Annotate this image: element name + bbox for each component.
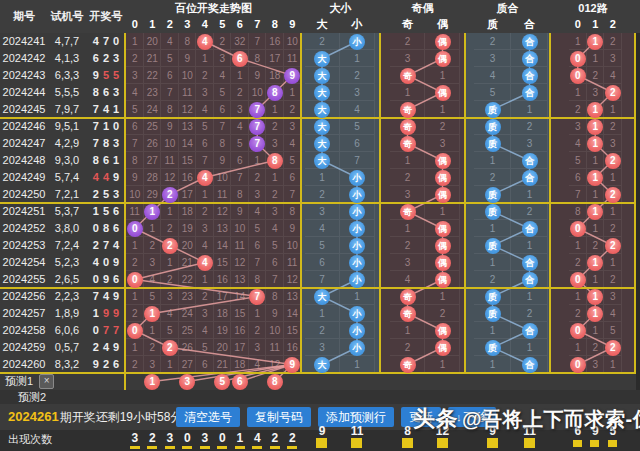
dx-ball: 小	[349, 238, 365, 254]
trend-ball: 7	[249, 119, 265, 135]
jo-ball: 奇	[400, 102, 416, 118]
jo-ball: 偶	[435, 238, 451, 254]
jo-ball: 偶	[435, 85, 451, 101]
dx-ball: 大	[314, 68, 330, 84]
zh-ball: 质	[485, 119, 501, 135]
lu-ball: 2	[605, 153, 621, 169]
section-separator	[124, 33, 126, 390]
zh-ball: 合	[522, 170, 538, 186]
zh-ball: 合	[522, 51, 538, 67]
lu-ball: 1	[587, 34, 603, 50]
lu-ball: 1	[587, 289, 603, 305]
zh-ball: 合	[522, 255, 538, 271]
zh-ball: 质	[485, 102, 501, 118]
period-group-separator	[0, 202, 636, 204]
lu-ball: 1	[587, 102, 603, 118]
trend-ball: 0	[127, 323, 143, 339]
trend-ball: 9	[284, 357, 300, 373]
jo-ball: 偶	[435, 153, 451, 169]
zh-ball: 合	[522, 85, 538, 101]
jo-ball: 奇	[400, 136, 416, 152]
dx-ball: 大	[314, 51, 330, 67]
zh-ball: 质	[485, 306, 501, 322]
lu-ball: 1	[587, 170, 603, 186]
trend-ball: 0	[127, 272, 143, 288]
zh-ball: 合	[522, 153, 538, 169]
lu-ball: 0	[570, 272, 586, 288]
section-separator	[464, 33, 466, 373]
trend-ball: 8	[267, 85, 283, 101]
dx-ball: 小	[349, 187, 365, 203]
jo-ball: 偶	[435, 255, 451, 271]
dx-ball: 大	[314, 136, 330, 152]
dx-ball: 大	[314, 85, 330, 101]
jo-ball: 偶	[435, 340, 451, 356]
jo-ball: 偶	[435, 51, 451, 67]
section-separator	[634, 33, 636, 373]
section-separator	[549, 33, 551, 373]
trend-ball: 7	[249, 289, 265, 305]
jo-ball: 偶	[435, 323, 451, 339]
zh-ball: 质	[485, 136, 501, 152]
lu-ball: 0	[570, 357, 586, 373]
trend-ball: 8	[267, 153, 283, 169]
trend-ball: 7	[249, 102, 265, 118]
trend-ball: 9	[284, 68, 300, 84]
trend-ball: 2	[162, 187, 178, 203]
trend-ball: 4	[197, 255, 213, 271]
dx-ball: 大	[314, 102, 330, 118]
dx-ball: 小	[349, 306, 365, 322]
prediction-ball: 3	[179, 374, 195, 390]
jo-ball: 奇	[400, 204, 416, 220]
lu-ball: 1	[587, 306, 603, 322]
jo-ball: 奇	[400, 289, 416, 305]
trend-ball: 1	[144, 204, 160, 220]
lu-ball: 2	[605, 340, 621, 356]
zh-ball: 合	[522, 68, 538, 84]
lottery-trend-chart-app: 期号 试机号 开奖号码 百位开奖走势图 大小 奇偶 质合 012路 012345…	[0, 0, 640, 451]
zh-ball: 合	[522, 34, 538, 50]
lu-ball: 1	[587, 255, 603, 271]
lu-ball: 2	[605, 85, 621, 101]
trend-ball: 4	[197, 170, 213, 186]
zh-ball: 合	[522, 357, 538, 373]
jo-ball: 奇	[400, 119, 416, 135]
trend-ball: 7	[249, 136, 265, 152]
zh-ball: 质	[485, 340, 501, 356]
prediction-ball: 1	[144, 374, 160, 390]
dx-ball: 小	[349, 170, 365, 186]
jo-ball: 奇	[400, 68, 416, 84]
lu-ball: 1	[587, 136, 603, 152]
dx-ball: 大	[314, 289, 330, 305]
zh-ball: 合	[522, 221, 538, 237]
trend-ball: 2	[162, 238, 178, 254]
trend-ball: 4	[197, 34, 213, 50]
prediction-ball: 5	[214, 374, 230, 390]
lu-ball: 0	[570, 68, 586, 84]
watermark: 头条@吾将上下而求索-优优	[413, 404, 640, 434]
zh-ball: 质	[485, 238, 501, 254]
prediction-ball: 8	[267, 374, 283, 390]
dx-ball: 小	[349, 340, 365, 356]
jo-ball: 偶	[435, 187, 451, 203]
jo-ball: 偶	[435, 170, 451, 186]
section-separator	[300, 33, 302, 373]
trend-ball: 6	[232, 51, 248, 67]
zh-ball: 质	[485, 187, 501, 203]
dx-ball: 小	[349, 221, 365, 237]
section-separator	[379, 33, 381, 373]
dx-ball: 小	[349, 34, 365, 50]
dx-ball: 大	[314, 357, 330, 373]
lu-ball: 0	[570, 51, 586, 67]
zh-ball: 合	[522, 323, 538, 339]
dx-ball: 小	[349, 323, 365, 339]
prediction-ball: 6	[232, 374, 248, 390]
watermark-brand: 头条	[413, 406, 458, 431]
zh-ball: 合	[522, 272, 538, 288]
trend-ball: 1	[144, 306, 160, 322]
lu-ball: 1	[587, 204, 603, 220]
zh-ball: 质	[485, 289, 501, 305]
dx-ball: 小	[349, 204, 365, 220]
dx-ball: 大	[314, 153, 330, 169]
trend-ball: 2	[162, 340, 178, 356]
